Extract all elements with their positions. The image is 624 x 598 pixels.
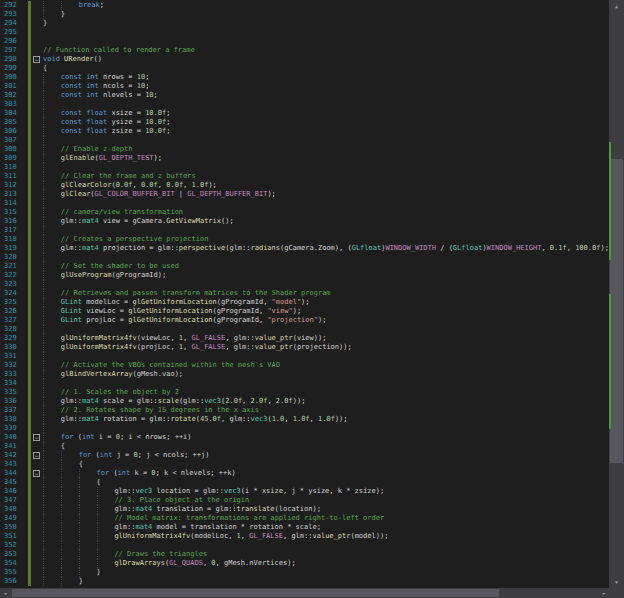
code-line[interactable]: 343{	[0, 460, 609, 469]
line-number[interactable]: 315	[0, 208, 26, 217]
code-line[interactable]: 332// Activate the VBOs contained within…	[0, 361, 609, 370]
code-line[interactable]: 298−void URender()	[0, 55, 609, 64]
line-number[interactable]: 333	[0, 370, 26, 379]
code-line[interactable]: 304const float xsize = 10.0f;	[0, 109, 609, 118]
code-line[interactable]: 312glClearColor(0.0f, 0.0f, 0.0f, 1.0f);	[0, 181, 609, 190]
code-line[interactable]: 311// Clear the frame and z buffers	[0, 172, 609, 181]
code-line[interactable]: 339	[0, 424, 609, 433]
code-line[interactable]: 330glUniformMatrix4fv(projLoc, 1, GL_FAL…	[0, 343, 609, 352]
code-line[interactable]: 292break;	[0, 1, 609, 10]
code-line[interactable]: 350glm::mat4 model = translation * rotat…	[0, 523, 609, 532]
line-number[interactable]: 344	[0, 469, 26, 478]
code-line[interactable]: 299{	[0, 64, 609, 73]
code-line[interactable]: 354glDrawArrays(GL_QUADS, 0, gMesh.nVert…	[0, 559, 609, 568]
line-number[interactable]: 339	[0, 424, 26, 433]
code-line[interactable]: 340−for (int i = 0; i < nrows; ++i)	[0, 433, 609, 442]
code-line[interactable]: 316glm::mat4 view = gCamera.GetViewMatri…	[0, 217, 609, 226]
line-number[interactable]: 312	[0, 181, 26, 190]
line-number[interactable]: 298	[0, 55, 26, 64]
code-line[interactable]: 309glEnable(GL_DEPTH_TEST);	[0, 154, 609, 163]
code-line[interactable]: 345{	[0, 478, 609, 487]
line-number[interactable]: 349	[0, 514, 26, 523]
code-line[interactable]: 315// camera/view transformation	[0, 208, 609, 217]
line-number[interactable]: 320	[0, 253, 26, 262]
line-number[interactable]: 343	[0, 460, 26, 469]
horizontal-scroll-thumb[interactable]	[12, 589, 499, 597]
line-number[interactable]: 295	[0, 28, 26, 37]
code-line[interactable]: 318// Creates a perspective projection	[0, 235, 609, 244]
code-line[interactable]: 341{	[0, 442, 609, 451]
vertical-scrollbar[interactable]: ▲ ▼	[609, 0, 624, 598]
line-number[interactable]: 304	[0, 109, 26, 118]
horizontal-scrollbar[interactable]: ◄ ►	[0, 588, 609, 598]
line-number[interactable]: 322	[0, 271, 26, 280]
line-number[interactable]: 353	[0, 550, 26, 559]
line-number[interactable]: 348	[0, 505, 26, 514]
code-line[interactable]: 327GLint projLoc = glGetUniformLocation(…	[0, 316, 609, 325]
code-line[interactable]: 356}	[0, 577, 609, 586]
line-number[interactable]: 329	[0, 334, 26, 343]
line-number[interactable]: 332	[0, 361, 26, 370]
code-line[interactable]: 296	[0, 37, 609, 46]
scroll-up-icon[interactable]: ▲	[609, 0, 624, 12]
fold-collapse-icon[interactable]: −	[33, 434, 40, 441]
line-number[interactable]: 325	[0, 298, 26, 307]
line-number[interactable]: 294	[0, 19, 26, 28]
line-number[interactable]: 350	[0, 523, 26, 532]
vertical-scrollbar-track[interactable]	[609, 12, 624, 576]
code-line[interactable]: 344−for (int k = 0; k < nlevels; ++k)	[0, 469, 609, 478]
code-line[interactable]: 314	[0, 199, 609, 208]
code-line[interactable]: 308// Enable z-depth	[0, 145, 609, 154]
line-number[interactable]: 317	[0, 226, 26, 235]
line-number[interactable]: 327	[0, 316, 26, 325]
line-number[interactable]: 356	[0, 577, 26, 586]
code-line[interactable]: 293}	[0, 10, 609, 19]
line-number[interactable]: 345	[0, 478, 26, 487]
line-number[interactable]: 318	[0, 235, 26, 244]
code-line[interactable]: 321// Set the shader to be used	[0, 262, 609, 271]
code-line[interactable]: 349// Model matrix: transformations are …	[0, 514, 609, 523]
line-number[interactable]: 335	[0, 388, 26, 397]
line-number[interactable]: 340	[0, 433, 26, 442]
code-line[interactable]: 300const int nrows = 10;	[0, 73, 609, 82]
line-number[interactable]: 341	[0, 442, 26, 451]
code-line[interactable]: 342−for (int j = 0; j < ncols; ++j)	[0, 451, 609, 460]
line-number[interactable]: 292	[0, 1, 26, 10]
code-line[interactable]: 334	[0, 379, 609, 388]
line-number[interactable]: 307	[0, 136, 26, 145]
code-line[interactable]: 338glm::mat4 rotation = glm::rotate(45.0…	[0, 415, 609, 424]
code-line[interactable]: 302const int nlevels = 10;	[0, 91, 609, 100]
line-number[interactable]: 336	[0, 397, 26, 406]
line-number[interactable]: 355	[0, 568, 26, 577]
code-line[interactable]: 352	[0, 541, 609, 550]
code-line[interactable]: 351glUniformMatrix4fv(modelLoc, 1, GL_FA…	[0, 532, 609, 541]
line-number[interactable]: 296	[0, 37, 26, 46]
code-area[interactable]: 292break;293}294}295296297// Function ca…	[0, 0, 609, 588]
code-line[interactable]: 331	[0, 352, 609, 361]
line-number[interactable]: 330	[0, 343, 26, 352]
line-number[interactable]: 305	[0, 118, 26, 127]
code-line[interactable]: 306const float zsize = 10.0f;	[0, 127, 609, 136]
code-line[interactable]: 319glm::mat4 projection = glm::perspecti…	[0, 244, 609, 253]
line-number[interactable]: 342	[0, 451, 26, 460]
code-line[interactable]: 310	[0, 163, 609, 172]
code-line[interactable]: 348glm::mat4 translation = glm::translat…	[0, 505, 609, 514]
code-line[interactable]: 305const float ysize = 10.0f;	[0, 118, 609, 127]
line-number[interactable]: 319	[0, 244, 26, 253]
code-line[interactable]: 323	[0, 280, 609, 289]
line-number[interactable]: 321	[0, 262, 26, 271]
code-line[interactable]: 301const int ncols = 10;	[0, 82, 609, 91]
line-number[interactable]: 354	[0, 559, 26, 568]
code-line[interactable]: 335// 1. Scales the object by 2	[0, 388, 609, 397]
code-line[interactable]: 294}	[0, 19, 609, 28]
line-number[interactable]: 326	[0, 307, 26, 316]
code-line[interactable]: 336glm::mat4 scale = glm::scale(glm::vec…	[0, 397, 609, 406]
line-number[interactable]: 324	[0, 289, 26, 298]
line-number[interactable]: 338	[0, 415, 26, 424]
code-line[interactable]: 333glBindVertexArray(gMesh.vao);	[0, 370, 609, 379]
code-line[interactable]: 326GLint viewLoc = glGetUniformLocation(…	[0, 307, 609, 316]
scroll-down-icon[interactable]: ▼	[609, 576, 624, 588]
line-number[interactable]: 309	[0, 154, 26, 163]
line-number[interactable]: 308	[0, 145, 26, 154]
code-line[interactable]: 295	[0, 28, 609, 37]
